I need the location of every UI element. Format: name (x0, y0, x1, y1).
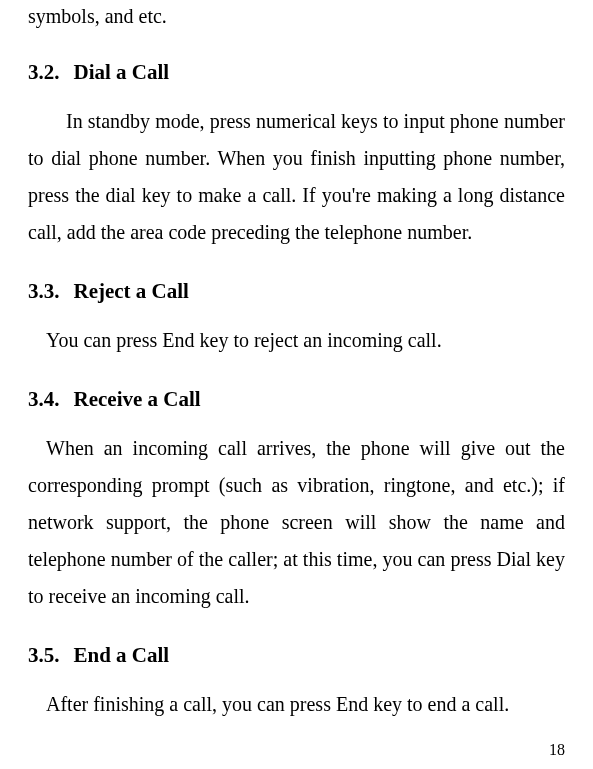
page-number: 18 (549, 741, 565, 759)
section-heading-3-5: 3.5.End a Call (28, 643, 565, 668)
section-heading-3-3: 3.3.Reject a Call (28, 279, 565, 304)
section-number: 3.5. (28, 643, 60, 667)
section-heading-3-4: 3.4.Receive a Call (28, 387, 565, 412)
section-body-3-5: After finishing a call, you can press En… (28, 686, 565, 723)
section-heading-3-2: 3.2.Dial a Call (28, 60, 565, 85)
section-body-3-4: When an incoming call arrives, the phone… (28, 430, 565, 615)
section-title: Receive a Call (74, 387, 201, 411)
document-page: symbols, and etc. 3.2.Dial a Call In sta… (28, 0, 565, 723)
section-body-3-3: You can press End key to reject an incom… (28, 322, 565, 359)
section-number: 3.3. (28, 279, 60, 303)
section-title: Dial a Call (74, 60, 170, 84)
section-title: End a Call (74, 643, 170, 667)
fragment-text: symbols, and etc. (28, 0, 565, 32)
section-number: 3.4. (28, 387, 60, 411)
section-title: Reject a Call (74, 279, 189, 303)
section-number: 3.2. (28, 60, 60, 84)
section-body-3-2: In standby mode, press numerical keys to… (28, 103, 565, 251)
